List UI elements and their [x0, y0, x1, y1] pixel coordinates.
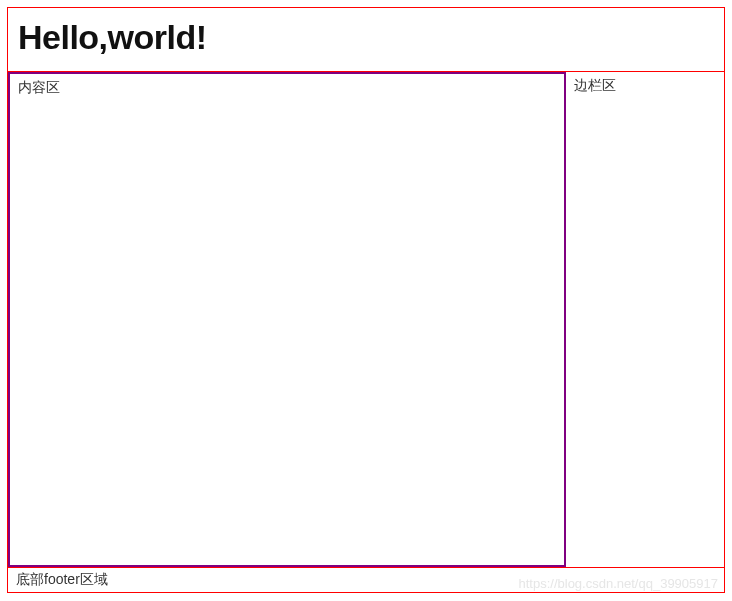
- main-content-label: 内容区: [18, 79, 60, 95]
- footer: 底部footer区域: [8, 568, 724, 592]
- sidebar-label: 边栏区: [574, 77, 616, 93]
- page-title: Hello,world!: [18, 18, 714, 57]
- main-content: 内容区: [8, 72, 566, 567]
- page-container: Hello,world! 内容区 边栏区 底部footer区域: [7, 7, 725, 593]
- footer-label: 底部footer区域: [16, 571, 108, 587]
- header: Hello,world!: [8, 8, 724, 71]
- middle-row: 内容区 边栏区: [8, 71, 724, 568]
- sidebar: 边栏区: [566, 72, 724, 567]
